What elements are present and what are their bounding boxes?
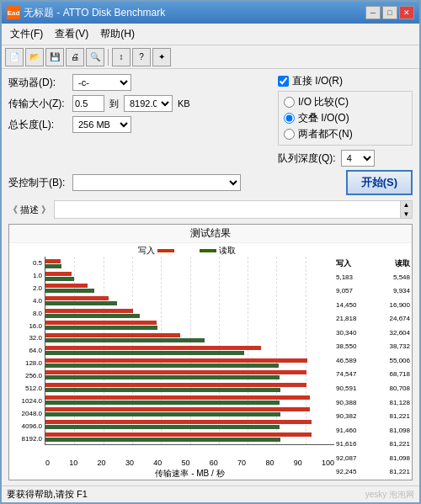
neither-radio[interactable] bbox=[284, 129, 295, 140]
drive-select[interactable]: -c- bbox=[72, 74, 131, 91]
help-button[interactable]: ? bbox=[132, 48, 151, 66]
x-axis-label: 传输速率 - MB / 秒 bbox=[45, 468, 334, 480]
maximize-button[interactable]: □ bbox=[382, 6, 397, 19]
value-pair-10: 90,38281,221 bbox=[334, 412, 412, 420]
read-bar-12 bbox=[45, 412, 280, 416]
title-bar-left: Ead 无标题 - ATTO Disk Benchmark bbox=[7, 6, 165, 20]
read-value-6: 55,006 bbox=[390, 357, 410, 364]
transfer-to-select[interactable]: 8192.0 bbox=[124, 95, 173, 112]
bars-container bbox=[45, 257, 334, 444]
read-value-11: 81,098 bbox=[390, 427, 410, 434]
write-bar-1 bbox=[45, 272, 72, 276]
toolbar: 📄 📂 💾 🖨 🔍 ↕ ? ✦ bbox=[2, 45, 419, 69]
total-row: 总长度(L): 256 MB bbox=[8, 116, 271, 133]
watermark: yesky 泡泡网 bbox=[365, 489, 414, 501]
bar-row-10 bbox=[45, 382, 334, 393]
value-pair-2: 14,45016,900 bbox=[334, 301, 412, 309]
overlapped-io-radio[interactable] bbox=[284, 113, 295, 124]
title-bar-buttons: ─ □ ✕ bbox=[365, 6, 414, 19]
read-legend-label: 读取 bbox=[219, 245, 236, 257]
bar-row-5 bbox=[45, 320, 334, 331]
io-compare-row: I/O 比较(C) bbox=[284, 95, 407, 109]
scroll-down[interactable]: ▼ bbox=[401, 210, 412, 218]
overlapped-io-row: 交叠 I/O(O) bbox=[284, 111, 407, 125]
minimize-button[interactable]: ─ bbox=[365, 6, 381, 19]
menu-view[interactable]: 查看(V) bbox=[50, 25, 93, 43]
value-pair-14: 92,24581,221 bbox=[334, 468, 412, 475]
arrow-button[interactable]: ↕ bbox=[112, 48, 131, 66]
value-pair-4: 30,34032,604 bbox=[334, 329, 412, 337]
write-bar-2 bbox=[45, 284, 88, 288]
main-content: 驱动器(D): -c- 传输大小(Z): 到 8192.0 KB 总长度(L): bbox=[2, 69, 419, 485]
start-button[interactable]: 开始(S) bbox=[346, 170, 413, 195]
read-bar-2 bbox=[45, 289, 94, 293]
write-value-1: 9,057 bbox=[336, 287, 353, 294]
io-compare-radio[interactable] bbox=[284, 97, 295, 108]
value-pair-0: 5,1835,548 bbox=[334, 273, 412, 281]
write-bar-5 bbox=[45, 321, 157, 325]
bar-row-4 bbox=[45, 308, 334, 319]
read-value-14: 81,221 bbox=[390, 468, 410, 475]
read-value-3: 24,674 bbox=[390, 315, 410, 322]
read-value-12: 81,221 bbox=[390, 440, 410, 448]
preview-button[interactable]: 🔍 bbox=[86, 48, 104, 66]
read-bar-7 bbox=[45, 351, 244, 355]
controlled-by-row: 受控制于(B): 开始(S) bbox=[8, 170, 413, 195]
open-button[interactable]: 📂 bbox=[25, 48, 44, 66]
bar-row-1 bbox=[45, 271, 334, 282]
write-value-0: 5,183 bbox=[336, 273, 353, 281]
close-button[interactable]: ✕ bbox=[399, 6, 414, 19]
transfer-from-input[interactable] bbox=[72, 95, 104, 112]
value-pair-12: 91,61681,221 bbox=[334, 440, 412, 448]
save-button[interactable]: 💾 bbox=[45, 48, 64, 66]
read-value-4: 32,604 bbox=[390, 329, 410, 337]
print-button[interactable]: 🖨 bbox=[66, 48, 84, 66]
controlled-by-select[interactable] bbox=[72, 174, 241, 191]
write-bar-6 bbox=[45, 333, 180, 337]
neither-label: 两者都不(N) bbox=[298, 127, 353, 141]
status-text: 要获得帮助,请按 F1 bbox=[7, 488, 88, 501]
chart-main: 写入 读取 0.5 1.0 2. bbox=[9, 243, 334, 480]
scroll-up[interactable]: ▲ bbox=[401, 201, 412, 209]
chart-container: 写入 读取 0.5 1.0 2. bbox=[9, 243, 412, 480]
write-bar-3 bbox=[45, 296, 109, 300]
total-select[interactable]: 256 MB bbox=[72, 116, 131, 133]
main-window: Ead 无标题 - ATTO Disk Benchmark ─ □ ✕ 文件(F… bbox=[0, 0, 421, 504]
menu-bar: 文件(F) 查看(V) 帮助(H) bbox=[2, 24, 419, 45]
read-value-0: 5,548 bbox=[393, 273, 410, 281]
write-legend-label: 写入 bbox=[138, 245, 155, 257]
value-pair-7: 74,54768,718 bbox=[334, 370, 412, 378]
read-bar-6 bbox=[45, 338, 205, 342]
about-button[interactable]: ✦ bbox=[152, 48, 171, 66]
write-value-8: 90,591 bbox=[336, 385, 356, 392]
app-icon: Ead bbox=[7, 6, 20, 19]
value-pair-11: 91,46081,098 bbox=[334, 427, 412, 434]
direct-io-label: 直接 I/O(R) bbox=[292, 74, 343, 88]
menu-file[interactable]: 文件(F) bbox=[5, 25, 48, 43]
read-bar-13 bbox=[45, 425, 280, 429]
direct-io-checkbox[interactable] bbox=[278, 76, 289, 87]
menu-help[interactable]: 帮助(H) bbox=[95, 25, 140, 43]
write-value-4: 30,340 bbox=[336, 329, 356, 337]
values-read-header: 读取 bbox=[395, 258, 410, 269]
y-axis-labels: 0.5 1.0 2.0 4.0 8.0 16.0 32.0 64.0 128.0… bbox=[9, 257, 45, 445]
bar-row-8 bbox=[45, 358, 334, 369]
queue-select[interactable]: 4 bbox=[341, 150, 375, 167]
chart-plot-area bbox=[45, 257, 334, 445]
bar-row-2 bbox=[45, 283, 334, 294]
transfer-to-label: 到 bbox=[109, 98, 119, 110]
desc-scrollbar[interactable]: ▲ ▼ bbox=[400, 201, 412, 218]
chart-legend: 写入 读取 bbox=[9, 243, 334, 257]
write-bar-10 bbox=[45, 383, 306, 387]
window-title: 无标题 - ATTO Disk Benchmark bbox=[24, 6, 165, 20]
write-value-6: 46,589 bbox=[336, 357, 356, 364]
read-color bbox=[200, 249, 216, 252]
write-bar-8 bbox=[45, 358, 307, 363]
bar-row-0 bbox=[45, 258, 334, 269]
value-pair-1: 9,0579,934 bbox=[334, 287, 412, 294]
values-container: 5,1835,5489,0579,93414,45016,90021,81824… bbox=[334, 269, 412, 480]
new-button[interactable]: 📄 bbox=[5, 48, 24, 66]
drive-row: 驱动器(D): -c- bbox=[8, 74, 271, 91]
read-bar-3 bbox=[45, 301, 117, 305]
top-controls: 驱动器(D): -c- 传输大小(Z): 到 8192.0 KB 总长度(L): bbox=[8, 74, 413, 167]
